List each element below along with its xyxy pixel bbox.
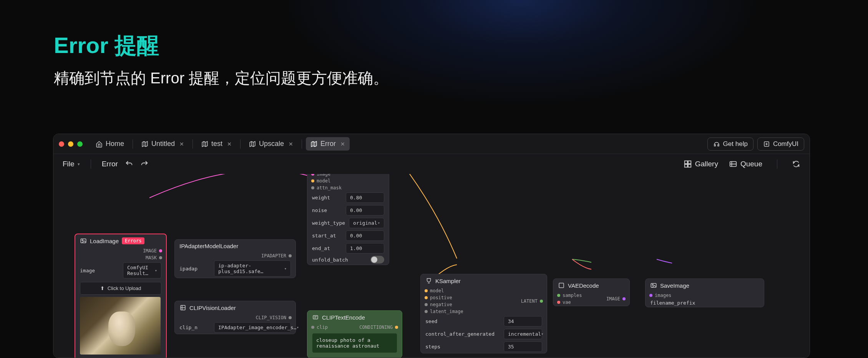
unfold-toggle[interactable] xyxy=(370,256,384,264)
svg-point-7 xyxy=(82,240,83,241)
minimize-window-button[interactable] xyxy=(68,141,73,147)
field-label: end_at xyxy=(312,245,330,251)
node-icon xyxy=(179,304,186,311)
port-dot[interactable] xyxy=(395,326,398,329)
close-tab-icon[interactable]: ✕ xyxy=(340,141,345,147)
steps-input[interactable]: 35 xyxy=(504,341,542,352)
port-dot[interactable] xyxy=(311,326,314,329)
refresh-icon xyxy=(792,160,800,168)
image-icon xyxy=(80,237,87,244)
port-dot[interactable] xyxy=(311,179,314,182)
port-label: CLIP_VISION xyxy=(256,315,286,320)
close-tab-icon[interactable]: ✕ xyxy=(289,141,293,147)
port-dot[interactable] xyxy=(425,289,428,292)
chevron-down-icon: ▾ xyxy=(78,162,80,167)
port-dot[interactable] xyxy=(425,296,428,299)
image-select[interactable]: ComfyUI Result…▾ xyxy=(123,262,161,278)
node-ipadapter-apply[interactable]: image model attn_mask weight0.80 noise0.… xyxy=(307,174,389,265)
svg-rect-2 xyxy=(688,161,691,164)
ctrl-select[interactable]: incremental▾ xyxy=(504,329,542,339)
close-window-button[interactable] xyxy=(59,141,64,147)
node-title: KSampler xyxy=(435,278,461,284)
port-label: samples xyxy=(563,293,582,298)
ipadapter-select[interactable]: ip-adapter-plus_sd15.safe…▾ xyxy=(214,260,291,277)
port-dot[interactable] xyxy=(289,316,292,319)
port-dot[interactable] xyxy=(540,300,543,303)
port-dot[interactable] xyxy=(622,297,626,300)
port-dot[interactable] xyxy=(557,294,560,297)
map-icon xyxy=(310,141,317,148)
close-tab-icon[interactable]: ✕ xyxy=(179,141,184,147)
tab-label: test xyxy=(211,140,222,148)
port-dot[interactable] xyxy=(649,294,652,297)
port-dot[interactable] xyxy=(311,186,314,189)
node-ipadapter-loader[interactable]: IPAdapterModelLoader IPADAPTER ipadap ip… xyxy=(174,239,296,278)
port-dot[interactable] xyxy=(289,254,292,257)
clip-vision-select[interactable]: IPAdapter_image_encoder_s…▾ xyxy=(214,322,291,333)
map-icon xyxy=(249,141,256,148)
field-label: start_at xyxy=(312,233,336,239)
tab-error[interactable]: Error ✕ xyxy=(306,137,350,151)
redo-button[interactable] xyxy=(140,160,149,168)
noise-input[interactable]: 0.00 xyxy=(346,205,384,215)
svg-point-14 xyxy=(652,284,653,285)
field-label: clip_n xyxy=(179,325,197,330)
tab-label: Home xyxy=(106,140,124,148)
end-input[interactable]: 1.00 xyxy=(346,243,384,254)
get-help-button[interactable]: Get help xyxy=(707,138,753,151)
field-label: image xyxy=(80,268,95,273)
upload-button[interactable]: ⬆ Click to Upload xyxy=(80,282,161,295)
file-menu[interactable]: File ▾ xyxy=(63,160,80,168)
undo-button[interactable] xyxy=(125,160,133,168)
port-dot[interactable] xyxy=(311,174,314,176)
prompt-textarea[interactable]: closeup photo of a renaissance astronaut xyxy=(312,333,397,353)
tab-home[interactable]: Home xyxy=(91,137,129,151)
field-label: filename_prefix xyxy=(650,300,695,306)
seed-input[interactable]: 34 xyxy=(504,316,542,327)
node-save-image[interactable]: SaveImage images filename_prefix xyxy=(645,278,764,307)
port-dot[interactable] xyxy=(159,249,162,252)
field-label: weight_type xyxy=(312,220,345,226)
node-clip-text-encode[interactable]: CLIPTextEncode clip CONDITIONING closeup… xyxy=(307,310,402,358)
file-label: File xyxy=(63,160,75,168)
svg-rect-4 xyxy=(688,164,691,167)
tab-untitled[interactable]: Untitled ✕ xyxy=(137,137,189,151)
node-clip-vision-loader[interactable]: CLIPVisionLoader CLIP_VISION clip_n IPAd… xyxy=(174,301,296,334)
brand-label: ComfyUI xyxy=(773,140,798,148)
tab-upscale[interactable]: Upscale ✕ xyxy=(244,137,298,151)
field-label: steps xyxy=(425,344,440,350)
field-label: noise xyxy=(312,207,327,213)
node-canvas[interactable]: LoadImage Errors IMAGE MASK image ComfyU… xyxy=(53,174,810,358)
port-dot[interactable] xyxy=(425,303,428,306)
node-vae-decode[interactable]: VAEDecode samples vae IMAGE xyxy=(553,278,630,306)
node-ksampler[interactable]: KSampler model positive negative latent_… xyxy=(420,274,547,353)
port-label: MASK xyxy=(146,255,157,260)
node-title: VAEDecode xyxy=(568,282,599,289)
close-tab-icon[interactable]: ✕ xyxy=(227,141,232,147)
maximize-window-button[interactable] xyxy=(77,141,83,147)
error-badge: Errors xyxy=(122,237,144,244)
gallery-button[interactable]: Gallery xyxy=(684,160,718,168)
brand-button[interactable]: ComfyUI xyxy=(757,138,804,151)
port-label: IPADAPTER xyxy=(261,253,286,259)
refresh-button[interactable] xyxy=(792,160,800,168)
port-dot[interactable] xyxy=(425,310,428,313)
gallery-label: Gallery xyxy=(695,160,718,168)
weight-input[interactable]: 0.80 xyxy=(346,192,384,203)
port-label: negative xyxy=(430,302,452,307)
start-input[interactable]: 0.00 xyxy=(346,230,384,241)
tab-test[interactable]: test ✕ xyxy=(197,137,236,151)
port-dot[interactable] xyxy=(159,256,162,259)
node-load-image[interactable]: LoadImage Errors IMAGE MASK image ComfyU… xyxy=(75,234,167,358)
port-label: model xyxy=(430,288,444,293)
queue-button[interactable]: Queue xyxy=(729,160,762,168)
image-preview xyxy=(80,297,161,355)
window-controls xyxy=(59,141,83,147)
port-label: images xyxy=(655,293,671,298)
port-dot[interactable] xyxy=(557,301,560,304)
port-label: LATENT xyxy=(521,298,538,304)
map-icon xyxy=(201,141,208,148)
weight-type-select[interactable]: original▾ xyxy=(349,218,384,228)
error-menu[interactable]: Error xyxy=(102,160,118,168)
node-icon xyxy=(312,314,319,321)
